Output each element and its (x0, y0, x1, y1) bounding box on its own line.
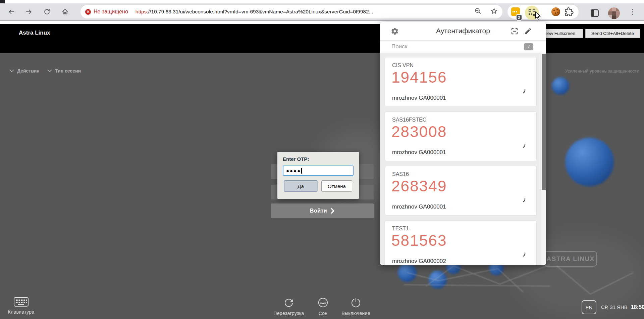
extensions-puzzle-icon[interactable] (565, 7, 574, 18)
security-chip-label: Не защищено (94, 9, 128, 15)
otp-code[interactable]: 283008 (391, 123, 447, 141)
url-scheme: https (136, 9, 147, 14)
actions-menu[interactable]: Действия (9, 68, 40, 74)
tab-strip (0, 0, 644, 3)
address-bar[interactable]: ✕ Не защищено https://10.79.63.31/ui/web… (80, 5, 502, 18)
otp-account: mrozhnov GA000002 (392, 258, 446, 265)
popup-scrollbar-thumb[interactable] (542, 54, 546, 190)
otp-account: mrozhnov GA000001 (392, 95, 446, 101)
otp-issuer: TEST1 (392, 226, 409, 232)
bookmark-star-icon[interactable] (490, 7, 498, 16)
language-indicator[interactable]: EN (582, 300, 596, 314)
cookie-extension-icon[interactable] (551, 7, 560, 16)
login-button-label: Войти (310, 208, 327, 214)
vm-header: Astra Linux View Fullscreen Send Ctrl+Al… (0, 24, 644, 53)
otp-confirm-button[interactable]: Да (284, 180, 317, 192)
tab-strip-corner (0, 0, 5, 3)
popup-scrollbar-track[interactable] (541, 53, 546, 265)
not-secure-icon: ✕ (85, 9, 91, 15)
otp-card[interactable]: SAS16FSTEC 283008 mrozhnov GA000001 (385, 111, 537, 161)
home-button[interactable] (60, 6, 70, 17)
login-button[interactable]: Войти (271, 203, 374, 218)
shutdown-label: Выключение (341, 311, 370, 316)
page-top-gap (0, 20, 644, 24)
side-panel-icon[interactable] (590, 8, 600, 19)
edit-pencil-icon[interactable] (524, 27, 532, 35)
screen: ✕ Не защищено https://10.79.63.31/ui/web… (0, 0, 644, 319)
vm-brand-title: Astra Linux (19, 30, 50, 36)
url-text[interactable]: https://10.79.63.31/ui/webconsole.html?v… (136, 9, 373, 15)
power-icon (350, 297, 362, 308)
extensions-pill: 2 (507, 5, 579, 19)
password-extension-icon[interactable]: 2 (511, 7, 520, 16)
keyboard-button[interactable]: Клавиатура (3, 297, 40, 315)
chevron-down-icon (9, 69, 14, 73)
otp-account: mrozhnov GA000001 (392, 149, 446, 156)
otp-issuer: SAS16 (392, 171, 409, 177)
send-ctrl-alt-delete-button[interactable]: Send Ctrl+Alt+Delete (585, 29, 640, 38)
mouse-cursor (534, 11, 542, 20)
browser-menu-icon[interactable]: ⋮ (629, 6, 637, 17)
otp-code[interactable]: 194156 (391, 68, 447, 86)
sleep-label: Сон (319, 311, 328, 316)
sleep-icon (317, 297, 329, 308)
extension-badge: 2 (516, 14, 522, 20)
otp-account: mrozhnov GA000001 (392, 203, 446, 210)
sphere-decoration (552, 77, 569, 95)
otp-input-field[interactable]: ●●●● (283, 166, 354, 176)
zoom-out-icon[interactable] (474, 7, 482, 16)
text-caret (301, 168, 302, 174)
otp-card[interactable]: SAS16 268349 mrozhnov GA000001 (385, 166, 537, 216)
scan-qr-icon[interactable] (511, 27, 519, 35)
reboot-icon (283, 297, 294, 308)
security-chip[interactable]: ✕ Не защищено (85, 9, 128, 15)
authenticator-title: Аутентификатор (380, 27, 546, 35)
search-placeholder: Поиск (391, 43, 407, 50)
astra-watermark: ASTRA LINUX (544, 251, 597, 267)
session-type-menu-label: Тип сессии (55, 68, 81, 74)
url-rest: ://10.79.63.31/ui/webconsole.html?vmId=v… (147, 9, 373, 14)
actions-menu-label: Действия (17, 68, 40, 74)
otp-masked-value: ●●●● (286, 168, 301, 174)
search-shortcut-badge: / (524, 43, 533, 50)
shutdown-button[interactable]: Выключение (332, 297, 379, 316)
otp-code[interactable]: 268349 (391, 177, 447, 195)
authenticator-popup: Аутентификатор Поиск / CIS VPN 194156 mr… (380, 22, 546, 265)
browser-toolbar: ✕ Не защищено https://10.79.63.31/ui/web… (0, 3, 644, 20)
clock: СР, 31 ЯНВ18:50 (601, 304, 644, 310)
authenticator-search[interactable]: Поиск / (380, 40, 546, 53)
clock-time: 18:50 (631, 304, 644, 310)
forward-button[interactable] (23, 6, 34, 17)
otp-issuer: SAS16FSTEC (392, 117, 426, 123)
toolbar-divider (582, 8, 582, 19)
otp-card[interactable]: TEST1 581563 mrozhnov GA000002 (385, 220, 537, 265)
authenticator-header: Аутентификатор (380, 22, 546, 40)
clock-date: СР, 31 ЯНВ (601, 304, 628, 310)
otp-timer-tick-icon (522, 89, 526, 94)
otp-code[interactable]: 581563 (391, 231, 447, 249)
enter-otp-dialog: Enter OTP: ●●●● Да Отмена (277, 152, 359, 199)
otp-dialog-title: Enter OTP: (283, 156, 309, 162)
back-button[interactable] (6, 6, 17, 17)
keyboard-label: Клавиатура (8, 309, 35, 315)
keyboard-icon (13, 297, 29, 307)
otp-card[interactable]: CIS VPN 194156 mrozhnov GA000001 (385, 57, 537, 107)
otp-card-list: CIS VPN 194156 mrozhnov GA000001 SAS16FS… (380, 53, 546, 265)
otp-cancel-button[interactable]: Отмена (321, 180, 352, 192)
otp-issuer: CIS VPN (392, 62, 414, 69)
profile-avatar[interactable] (608, 7, 620, 19)
security-level-label: Усиленный уровень защищенности (565, 69, 639, 74)
chevron-down-icon (47, 69, 52, 73)
session-type-menu[interactable]: Тип сессии (47, 68, 81, 74)
otp-timer-tick-icon (522, 198, 526, 202)
otp-timer-tick-icon (522, 143, 526, 148)
otp-timer-tick-icon (522, 252, 526, 257)
reload-button[interactable] (42, 6, 52, 17)
sphere-decoration (565, 138, 614, 186)
